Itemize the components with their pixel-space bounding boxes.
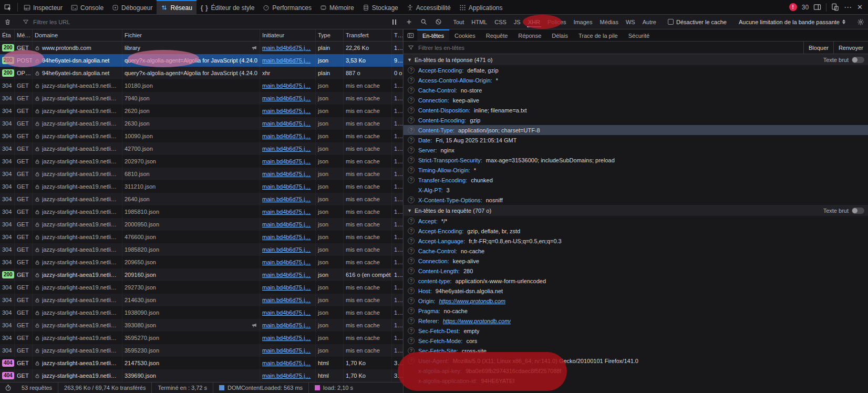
header-info-icon[interactable]: ?: [408, 177, 415, 183]
header-info-icon[interactable]: ?: [408, 97, 415, 104]
request-row[interactable]: 304 GET jazzy-starlight-aeea19.netli… 21…: [0, 294, 403, 306]
header-row[interactable]: ? Timing-Allow-Origin *: [404, 165, 868, 175]
col-initiator[interactable]: Initiateur: [260, 29, 316, 41]
filter-html[interactable]: HTML: [468, 15, 491, 29]
header-info-icon[interactable]: ?: [408, 117, 415, 123]
header-info-icon[interactable]: ?: [408, 218, 415, 224]
header-row[interactable]: ? Origin https://www.protondb.com: [404, 296, 868, 306]
header-info-icon[interactable]: ?: [408, 267, 415, 274]
filter-autre[interactable]: Autre: [639, 15, 660, 29]
request-headers-section-header[interactable]: ▼ En-têtes de la requête (707 o) Texte b…: [404, 205, 868, 216]
header-row[interactable]: ? Referer https://www.protondb.com/: [404, 316, 868, 326]
header-info-icon[interactable]: ?: [408, 307, 415, 314]
request-row[interactable]: 304 GET jazzy-starlight-aeea19.netli… 10…: [0, 79, 403, 92]
header-row[interactable]: ? Accept-Encoding gzip, deflate, br, zst…: [404, 226, 868, 236]
tab-inspecteur[interactable]: Inspecteur: [19, 0, 67, 14]
request-row[interactable]: 304 GET jazzy-starlight-aeea19.netli… 19…: [0, 243, 403, 256]
split-console-icon[interactable]: [813, 3, 821, 11]
dom-content-loaded-time[interactable]: DOMContentLoaded: 563 ms: [213, 382, 309, 393]
request-row[interactable]: 304 GET jazzy-starlight-aeea19.netli… 29…: [0, 281, 403, 294]
header-info-icon[interactable]: ?: [408, 247, 415, 254]
filter-polices[interactable]: Polices: [544, 15, 570, 29]
header-row[interactable]: ? Content-Type application/json; charset…: [404, 125, 868, 135]
header-info-icon[interactable]: ?: [408, 297, 415, 304]
tab-applications[interactable]: Applications: [455, 0, 507, 14]
header-info-icon[interactable]: ?: [408, 127, 415, 133]
header-info-icon[interactable]: ?: [408, 257, 415, 264]
request-row[interactable]: 404 GET jazzy-starlight-aeea19.netli… 21…: [0, 357, 403, 369]
tab-securite[interactable]: Sécurité: [623, 29, 655, 41]
filter-js[interactable]: JS: [510, 15, 524, 29]
header-info-icon[interactable]: ?: [408, 277, 415, 284]
request-row[interactable]: 304 GET jazzy-starlight-aeea19.netli… 68…: [0, 168, 403, 180]
filter-ws[interactable]: WS: [622, 15, 639, 29]
initiator-cell[interactable]: main.bd4b6d75.j…: [260, 168, 316, 180]
tab-performances[interactable]: Performances: [259, 0, 316, 14]
pause-traffic-button[interactable]: [387, 15, 401, 29]
initiator-cell[interactable]: main.bd4b6d75.j…: [260, 142, 316, 155]
initiator-cell[interactable]: main.bd4b6d75.j…: [260, 117, 316, 130]
tab-stockage[interactable]: Stockage: [358, 0, 402, 14]
col-domain[interactable]: Domaine: [33, 29, 122, 41]
initiator-cell[interactable]: main.bd4b6d75.j…: [260, 54, 316, 67]
tab-debogueur[interactable]: Débogueur: [108, 0, 157, 14]
request-row[interactable]: 200 GET jazzy-starlight-aeea19.netli… 20…: [0, 268, 403, 281]
initiator-cell[interactable]: main.bd4b6d75.j…: [260, 256, 316, 268]
header-info-icon[interactable]: ?: [408, 87, 415, 94]
header-row[interactable]: ? Accept */*: [404, 216, 868, 226]
clear-requests-button[interactable]: [0, 15, 15, 29]
header-row[interactable]: ? Cache-Control no-cache: [404, 246, 868, 256]
throttling-select[interactable]: Aucune limitation de la bande passante: [735, 19, 850, 25]
tab-accessibilite[interactable]: Accessibilité: [402, 0, 455, 14]
request-row[interactable]: 304 GET jazzy-starlight-aeea19.netli… 26…: [0, 117, 403, 130]
request-row[interactable]: 304 GET jazzy-starlight-aeea19.netli… 26…: [0, 193, 403, 205]
request-row[interactable]: 304 GET jazzy-starlight-aeea19.netli… 19…: [0, 205, 403, 218]
header-info-icon[interactable]: ?: [408, 147, 415, 153]
request-row[interactable]: 200 GET www.protondb.com library main.bd…: [0, 42, 403, 54]
request-row[interactable]: 304 GET jazzy-starlight-aeea19.netli… 20…: [0, 218, 403, 231]
filter-tout[interactable]: Tout: [449, 15, 468, 29]
initiator-cell[interactable]: main.bd4b6d75.j…: [260, 294, 316, 306]
tab-requete[interactable]: Requête: [481, 29, 513, 41]
col-transfer[interactable]: Transfert: [344, 29, 392, 41]
header-row[interactable]: ? x-algolia-api-key 9ba0e69fb2974316cdae…: [404, 366, 868, 376]
header-row[interactable]: ? Accept-Language fr,fr-FR;q=0.8,en-US;q…: [404, 236, 868, 246]
initiator-cell[interactable]: main.bd4b6d75.j…: [260, 92, 316, 105]
header-row[interactable]: ? X-Content-Type-Options nosniff: [404, 195, 868, 205]
header-info-icon[interactable]: ?: [408, 167, 415, 173]
initiator-cell[interactable]: main.bd4b6d75.j…: [260, 105, 316, 117]
url-filter-box[interactable]: [18, 15, 383, 29]
tab-trace-de-la-pile[interactable]: Trace de la pile: [573, 29, 623, 41]
header-info-icon[interactable]: ?: [408, 337, 415, 344]
header-info-icon[interactable]: ?: [408, 357, 415, 364]
block-request-button[interactable]: [431, 15, 446, 29]
url-filter-input[interactable]: [32, 18, 379, 26]
header-row[interactable]: ? Access-Control-Allow-Origin *: [404, 75, 868, 85]
request-row[interactable]: 304 GET jazzy-starlight-aeea19.netli… 26…: [0, 105, 403, 117]
header-info-icon[interactable]: ?: [408, 237, 415, 244]
request-row[interactable]: 200 OP… 94he6yatei-dsn.algolia.net query…: [0, 67, 403, 79]
initiator-cell[interactable]: main.bd4b6d75.j…: [260, 231, 316, 243]
header-row[interactable]: ? User-Agent Mozilla/5.0 (X11; Linux x86…: [404, 356, 868, 366]
tab-reponse[interactable]: Réponse: [513, 29, 546, 41]
initiator-cell[interactable]: main.bd4b6d75.j…: [260, 180, 316, 193]
initiator-cell[interactable]: main.bd4b6d75.j…: [260, 306, 316, 319]
search-button[interactable]: [416, 15, 431, 29]
initiator-cell[interactable]: main.bd4b6d75.j…: [260, 344, 316, 357]
new-request-button[interactable]: +: [401, 15, 416, 29]
headers-filter-input[interactable]: [417, 44, 800, 51]
header-row[interactable]: ? Server nginx: [404, 145, 868, 155]
tab-reseau[interactable]: Réseau: [157, 0, 196, 14]
filter-css[interactable]: CSS: [491, 15, 510, 29]
pick-element-button[interactable]: [0, 0, 16, 14]
headers-scroll-area[interactable]: ▼ En-têtes de la réponse (471 o) Texte b…: [404, 54, 868, 393]
header-info-icon[interactable]: ?: [408, 227, 415, 234]
header-info-icon[interactable]: ?: [408, 347, 415, 354]
tab-en-tetes[interactable]: En-têtes: [417, 29, 449, 41]
request-row[interactable]: 200 POST 94he6yatei-dsn.algolia.net quer…: [0, 54, 403, 67]
header-row[interactable]: ? Sec-Fetch-Site cross-site: [404, 346, 868, 356]
disable-cache-checkbox[interactable]: [668, 19, 674, 25]
initiator-cell[interactable]: main.bd4b6d75.j…: [260, 332, 316, 344]
header-row[interactable]: ? Content-Disposition inline; filename=a…: [404, 105, 868, 115]
col-size[interactable]: T…: [392, 29, 403, 41]
